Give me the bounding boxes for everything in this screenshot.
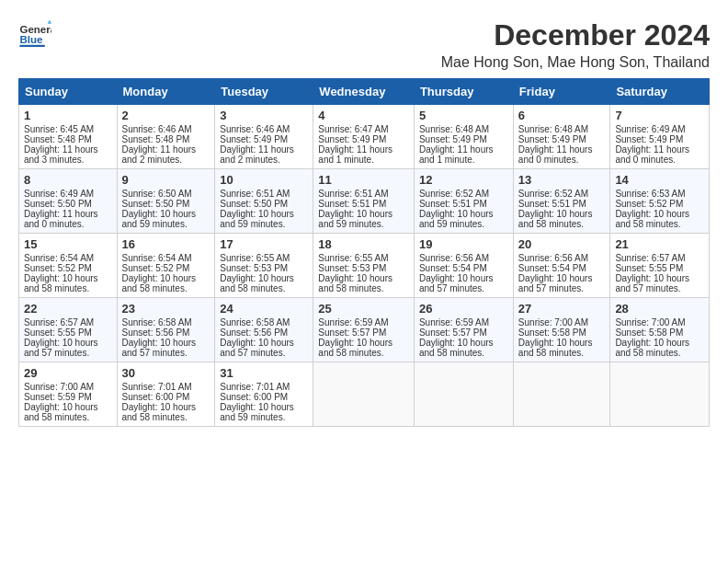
sunset-text: Sunset: 6:00 PM [220, 392, 288, 402]
sunrise-text: Sunrise: 7:01 AM [220, 382, 290, 392]
logo: General Blue [18, 18, 55, 52]
daylight-text: Daylight: 11 hours and 0 minutes. [24, 209, 98, 229]
daylight-text: Daylight: 11 hours and 0 minutes. [615, 144, 689, 165]
location-title: Mae Hong Son, Mae Hong Son, Thailand [441, 54, 710, 71]
daylight-text: Daylight: 11 hours and 1 minute. [419, 144, 494, 165]
daylight-text: Daylight: 10 hours and 58 minutes. [122, 273, 197, 293]
calendar-table: SundayMondayTuesdayWednesdayThursdayFrid… [18, 78, 710, 427]
calendar-cell: 16Sunrise: 6:54 AMSunset: 5:52 PMDayligh… [117, 234, 215, 298]
calendar-cell: 24Sunrise: 6:58 AMSunset: 5:56 PMDayligh… [215, 298, 313, 362]
sunrise-text: Sunrise: 6:49 AM [24, 189, 94, 199]
day-number: 5 [419, 109, 508, 122]
sunset-text: Sunset: 5:50 PM [24, 199, 92, 209]
sunrise-text: Sunrise: 6:54 AM [24, 253, 94, 263]
sunset-text: Sunset: 5:57 PM [318, 327, 386, 338]
daylight-text: Daylight: 10 hours and 59 minutes. [220, 402, 294, 422]
daylight-text: Daylight: 10 hours and 58 minutes. [220, 273, 294, 293]
calendar-cell: 5Sunrise: 6:48 AMSunset: 5:49 PMDaylight… [414, 105, 513, 169]
sunrise-text: Sunrise: 6:56 AM [419, 253, 489, 263]
day-number: 6 [518, 109, 606, 122]
svg-text:General: General [19, 24, 51, 35]
day-number: 3 [220, 109, 308, 122]
daylight-text: Daylight: 10 hours and 58 minutes. [419, 338, 494, 358]
sunrise-text: Sunrise: 6:59 AM [318, 317, 388, 327]
sunset-text: Sunset: 5:52 PM [122, 263, 190, 273]
sunset-text: Sunset: 5:54 PM [518, 263, 586, 273]
sunset-text: Sunset: 5:51 PM [419, 199, 487, 209]
calendar-header-wednesday: Wednesday [313, 79, 415, 105]
day-number: 24 [220, 302, 308, 316]
calendar-cell: 13Sunrise: 6:52 AMSunset: 5:51 PMDayligh… [513, 169, 610, 234]
day-number: 16 [122, 237, 210, 251]
calendar-week-row: 29Sunrise: 7:00 AMSunset: 5:59 PMDayligh… [19, 362, 710, 427]
day-number: 20 [518, 237, 606, 251]
sunrise-text: Sunrise: 6:55 AM [318, 253, 388, 263]
sunrise-text: Sunrise: 7:00 AM [24, 382, 94, 392]
daylight-text: Daylight: 10 hours and 59 minutes. [122, 209, 197, 229]
sunset-text: Sunset: 5:49 PM [615, 134, 683, 144]
daylight-text: Daylight: 11 hours and 3 minutes. [24, 144, 98, 165]
sunset-text: Sunset: 5:49 PM [220, 134, 288, 144]
sunset-text: Sunset: 6:00 PM [122, 392, 190, 402]
calendar-cell: 25Sunrise: 6:59 AMSunset: 5:57 PMDayligh… [313, 298, 415, 362]
calendar-header-sunday: Sunday [19, 79, 118, 105]
sunrise-text: Sunrise: 6:48 AM [518, 124, 588, 134]
day-number: 10 [220, 173, 308, 187]
day-number: 31 [220, 366, 308, 380]
calendar-cell: 11Sunrise: 6:51 AMSunset: 5:51 PMDayligh… [313, 169, 415, 234]
sunrise-text: Sunrise: 6:50 AM [122, 189, 192, 199]
day-number: 14 [615, 173, 704, 187]
daylight-text: Daylight: 10 hours and 57 minutes. [122, 338, 197, 358]
sunrise-text: Sunrise: 6:46 AM [122, 124, 192, 134]
sunrise-text: Sunrise: 7:01 AM [122, 382, 192, 392]
day-number: 29 [24, 366, 112, 380]
day-number: 23 [122, 302, 210, 316]
daylight-text: Daylight: 11 hours and 1 minute. [318, 144, 392, 165]
calendar-cell: 4Sunrise: 6:47 AMSunset: 5:49 PMDaylight… [313, 105, 415, 169]
daylight-text: Daylight: 10 hours and 57 minutes. [615, 273, 689, 293]
sunrise-text: Sunrise: 6:59 AM [419, 317, 489, 327]
sunrise-text: Sunrise: 6:58 AM [122, 317, 192, 327]
calendar-cell: 3Sunrise: 6:46 AMSunset: 5:49 PMDaylight… [215, 105, 313, 169]
logo-icon: General Blue [18, 18, 51, 52]
sunrise-text: Sunrise: 6:56 AM [518, 253, 588, 263]
sunrise-text: Sunrise: 6:52 AM [419, 189, 489, 199]
svg-rect-3 [19, 45, 44, 47]
sunset-text: Sunset: 5:53 PM [220, 263, 288, 273]
calendar-cell: 19Sunrise: 6:56 AMSunset: 5:54 PMDayligh… [414, 234, 513, 298]
daylight-text: Daylight: 10 hours and 58 minutes. [318, 338, 392, 358]
sunset-text: Sunset: 5:51 PM [518, 199, 586, 209]
sunrise-text: Sunrise: 6:54 AM [122, 253, 192, 263]
day-number: 4 [318, 109, 409, 122]
sunset-text: Sunset: 5:56 PM [122, 327, 190, 338]
sunset-text: Sunset: 5:50 PM [220, 199, 288, 209]
calendar-cell: 10Sunrise: 6:51 AMSunset: 5:50 PMDayligh… [215, 169, 313, 234]
calendar-cell: 31Sunrise: 7:01 AMSunset: 6:00 PMDayligh… [215, 362, 313, 427]
calendar-week-row: 1Sunrise: 6:45 AMSunset: 5:48 PMDaylight… [19, 105, 710, 169]
day-number: 18 [318, 237, 409, 251]
sunrise-text: Sunrise: 6:46 AM [220, 124, 290, 134]
daylight-text: Daylight: 10 hours and 58 minutes. [122, 402, 197, 422]
calendar-cell: 27Sunrise: 7:00 AMSunset: 5:58 PMDayligh… [513, 298, 610, 362]
sunset-text: Sunset: 5:49 PM [318, 134, 386, 144]
daylight-text: Daylight: 10 hours and 57 minutes. [419, 273, 494, 293]
day-number: 22 [24, 302, 112, 316]
day-number: 2 [122, 109, 210, 122]
svg-marker-2 [48, 19, 51, 23]
sunrise-text: Sunrise: 6:57 AM [24, 317, 94, 327]
calendar-cell: 12Sunrise: 6:52 AMSunset: 5:51 PMDayligh… [414, 169, 513, 234]
calendar-cell: 18Sunrise: 6:55 AMSunset: 5:53 PMDayligh… [313, 234, 415, 298]
calendar-cell: 7Sunrise: 6:49 AMSunset: 5:49 PMDaylight… [610, 105, 710, 169]
calendar-cell: 8Sunrise: 6:49 AMSunset: 5:50 PMDaylight… [19, 169, 118, 234]
svg-text:Blue: Blue [19, 34, 43, 45]
calendar-cell: 14Sunrise: 6:53 AMSunset: 5:52 PMDayligh… [610, 169, 710, 234]
sunset-text: Sunset: 5:57 PM [419, 327, 487, 338]
calendar-week-row: 22Sunrise: 6:57 AMSunset: 5:55 PMDayligh… [19, 298, 710, 362]
sunrise-text: Sunrise: 6:58 AM [220, 317, 290, 327]
day-number: 12 [419, 173, 508, 187]
calendar-header-tuesday: Tuesday [215, 79, 313, 105]
day-number: 30 [122, 366, 210, 380]
day-number: 17 [220, 237, 308, 251]
day-number: 26 [419, 302, 508, 316]
sunrise-text: Sunrise: 7:00 AM [615, 317, 685, 327]
